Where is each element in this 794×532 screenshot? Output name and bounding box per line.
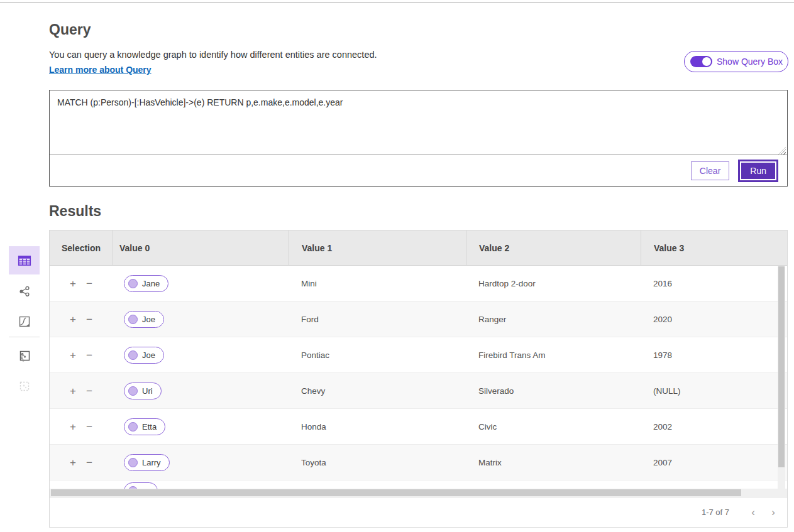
table-row: + − Jane Mini Hardtop 2-door 2016 [50,266,787,301]
query-footer: Clear Run [50,155,787,186]
sidebar-item-add-selection-disabled [9,372,40,400]
add-to-selection-button[interactable]: + [70,350,76,361]
column-header-selection[interactable]: Selection [50,231,113,265]
table-row: + − Joe Pontiac Firebird Trans Am 1978 [50,337,787,373]
show-query-box-toggle[interactable]: Show Query Box [684,51,788,72]
entity-name: Joe [142,315,155,324]
value3-cell: 2002 [641,409,787,444]
learn-more-link[interactable]: Learn more about Query [49,65,152,75]
sidebar-item-table-view[interactable] [9,246,40,274]
remove-from-selection-button[interactable]: − [86,314,92,325]
entity-node-icon [128,279,138,288]
remove-from-selection-button[interactable]: − [86,421,92,432]
horizontal-scrollbar[interactable] [50,489,787,497]
value3-cell: 2020 [641,301,787,337]
vertical-scrollbar[interactable] [778,266,785,489]
entity-pill[interactable]: Uri [124,383,162,399]
query-panel: MATCH (p:Person)-[:HasVehicle]->(e) RETU… [49,90,788,187]
page-range-label: 1-7 of 7 [702,508,729,517]
remove-from-selection-button[interactable]: − [86,386,92,396]
entity-name: Larry [142,458,161,467]
table-view-icon [16,252,33,269]
entity-cell: Uri [113,373,289,408]
table-header-row: Selection Value 0 Value 1 Value 2 Value … [50,231,787,266]
entity-name: Etta [142,422,157,432]
results-section-title: Results [49,203,101,220]
vertical-scrollbar-thumb[interactable] [778,266,785,467]
entity-node-icon [128,315,138,324]
entity-pill[interactable]: Etta [124,418,165,435]
entity-pill[interactable]: Joe [124,311,164,328]
sidebar-item-link-chart-view[interactable] [9,277,40,305]
run-button-focus-ring: Run [738,160,778,182]
entity-pill[interactable]: Jane [124,275,168,292]
remove-from-selection-button[interactable]: − [86,278,92,289]
value1-cell: Chevy [289,373,466,408]
sidebar-divider [9,337,40,337]
value3-cell: 2007 [641,445,787,480]
selection-cell: + − [50,337,113,372]
entity-pill[interactable]: Larry [124,454,170,471]
column-header-value1[interactable]: Value 1 [289,231,466,265]
horizontal-scrollbar-thumb[interactable] [51,489,741,496]
add-to-link-chart-icon [17,349,32,364]
entity-node-icon [128,386,138,396]
remove-from-selection-button[interactable]: − [86,350,92,361]
page-top-border [0,2,794,3]
value3-cell: 1978 [641,337,787,372]
value2-cell: Civic [466,409,641,444]
entity-cell: Jane [113,266,289,301]
entity-node-icon [128,422,138,432]
link-chart-icon [17,284,32,299]
remove-from-selection-button[interactable]: − [86,457,92,468]
clear-button[interactable]: Clear [691,161,729,180]
value1-cell: Pontiac [289,337,466,372]
next-page-button[interactable]: › [763,506,783,519]
value2-cell: Firebird Trans Am [466,337,641,372]
disabled-selection-icon [17,379,32,394]
value1-cell: Toyota [289,445,466,480]
value2-cell: Hardtop 2-door [466,266,641,301]
entity-name: Jane [142,279,160,288]
add-to-selection-button[interactable]: + [70,457,76,468]
entity-name: Uri [142,386,153,396]
table-row: + − Uri Chevy Silverado (NULL) [50,373,787,409]
value2-cell: Silverado [466,373,641,408]
run-button[interactable]: Run [741,163,775,179]
entity-node-icon [128,350,138,360]
add-to-selection-button[interactable]: + [70,421,76,432]
entity-pill[interactable]: Joe [124,347,164,364]
selection-cell: + − [50,445,113,480]
value2-cell: Matrix [466,445,641,480]
table-row: + − Joe Ford Ranger 2020 [50,301,787,337]
column-header-value2[interactable]: Value 2 [466,231,641,265]
selection-cell: + − [50,266,113,301]
value1-cell: Ford [289,301,466,337]
add-to-selection-button[interactable]: + [70,278,76,289]
add-to-selection-button[interactable]: + [70,386,76,396]
query-input[interactable]: MATCH (p:Person)-[:HasVehicle]->(e) RETU… [50,90,787,155]
sidebar-item-add-to-link-chart[interactable] [9,342,40,370]
previous-page-button[interactable]: ‹ [743,506,763,519]
query-description: You can query a knowledge graph to ident… [49,50,377,60]
toggle-knob [702,57,711,66]
value2-cell: Ranger [466,301,641,337]
add-to-selection-button[interactable]: + [70,314,76,325]
results-table-panel: Selection Value 0 Value 1 Value 2 Value … [49,230,788,528]
sidebar-item-map-view[interactable] [9,307,40,335]
entity-node-icon [128,458,138,467]
entity-pill-clipped [124,482,158,489]
column-header-value3[interactable]: Value 3 [641,231,787,265]
table-row-partial [50,480,787,489]
pagination-footer: 1-7 of 7 ‹ › [50,497,787,527]
table-row: + − Larry Toyota Matrix 2007 [50,445,787,480]
toggle-switch-icon[interactable] [690,56,712,67]
entity-cell: Joe [113,337,289,372]
entity-cell: Joe [113,301,289,337]
query-section-title: Query [49,21,91,38]
map-view-icon [17,314,32,329]
selection-cell: + − [50,301,113,337]
value3-cell: 2016 [641,266,787,301]
column-header-value0[interactable]: Value 0 [113,231,289,265]
toggle-label: Show Query Box [717,57,783,67]
